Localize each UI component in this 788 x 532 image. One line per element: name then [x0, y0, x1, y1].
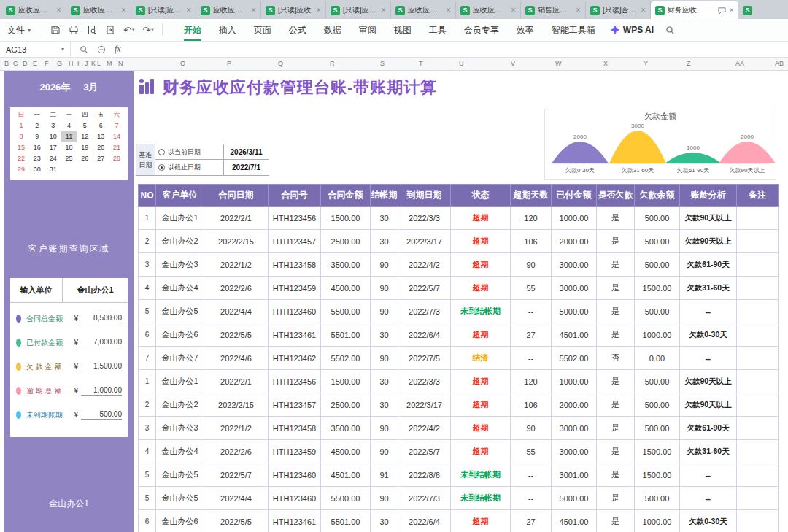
table-column-header[interactable]: 备注 — [737, 185, 779, 207]
table-cell[interactable]: 4501.00 — [321, 463, 371, 487]
calendar-day[interactable]: 1 — [13, 120, 29, 131]
table-cell[interactable]: 3000.00 — [552, 277, 597, 300]
table-cell[interactable]: 1500.00 — [635, 440, 680, 463]
calendar-day[interactable]: 21 — [109, 142, 125, 153]
table-cell[interactable]: 欠款90天以上 — [680, 207, 737, 230]
table-cell[interactable]: HTH123458 — [269, 417, 321, 440]
table-cell[interactable]: 5000.00 — [552, 300, 597, 323]
calendar-day[interactable]: 25 — [61, 153, 77, 164]
column-letter[interactable]: M — [107, 60, 112, 67]
table-cell[interactable]: 7 — [139, 347, 156, 370]
table-cell[interactable]: 5502.00 — [552, 347, 597, 370]
table-cell[interactable]: 90 — [371, 277, 398, 300]
table-cell[interactable]: 2022/4/4 — [204, 300, 269, 323]
calendar-day[interactable]: 6 — [93, 120, 109, 131]
menu-tab[interactable]: 会员专享 — [455, 20, 508, 41]
column-letter[interactable]: P — [227, 60, 231, 67]
table-cell[interactable]: 1500.00 — [321, 370, 371, 393]
calendar-day[interactable]: 10 — [45, 131, 61, 142]
table-cell[interactable]: 5500.00 — [321, 487, 371, 510]
table-column-header[interactable]: 结帐期 — [371, 185, 398, 207]
table-cell[interactable]: 金山办公4 — [156, 277, 204, 300]
column-letter[interactable]: R — [330, 60, 335, 67]
table-cell[interactable]: 是 — [597, 207, 635, 230]
table-column-header[interactable]: 账龄分析 — [680, 185, 737, 207]
table-cell[interactable]: 是 — [597, 417, 635, 440]
table-cell[interactable] — [737, 300, 779, 323]
table-cell[interactable]: 欠款31-60天 — [680, 440, 737, 463]
magnifier-icon[interactable] — [80, 45, 88, 54]
tab-close-icon[interactable]: × — [121, 5, 126, 15]
calendar-day[interactable] — [61, 164, 77, 175]
cell-reference-box[interactable]: AG13 ▾ — [0, 42, 71, 57]
table-cell[interactable]: 30 — [371, 323, 398, 347]
table-cell[interactable]: -- — [511, 487, 552, 510]
table-cell[interactable]: 金山办公6 — [156, 323, 204, 347]
column-letter[interactable]: Q — [278, 60, 283, 67]
table-cell[interactable]: 1 — [139, 370, 156, 393]
column-letter[interactable]: V — [511, 60, 515, 67]
table-cell[interactable]: 2022/3/17 — [398, 393, 451, 417]
table-cell[interactable]: -- — [680, 487, 737, 510]
file-tab[interactable]: S[只读]应收账× — [131, 1, 196, 19]
table-cell[interactable]: 2022/5/7 — [398, 440, 451, 463]
table-cell[interactable]: 是 — [597, 370, 635, 393]
table-cell[interactable]: HTH123461 — [269, 323, 321, 347]
table-cell[interactable]: 超期 — [451, 417, 511, 440]
table-cell[interactable]: 27 — [511, 323, 552, 347]
table-cell[interactable] — [737, 347, 779, 370]
table-row[interactable]: 4金山办公42022/2/6HTH1234594500.00902022/5/7… — [139, 440, 779, 463]
file-menu-button[interactable]: 文件 ▾ — [0, 24, 38, 36]
tab-close-icon[interactable]: × — [446, 5, 451, 15]
column-letter[interactable]: Z — [687, 60, 691, 67]
table-cell[interactable]: 500.00 — [635, 230, 680, 253]
tab-close-icon[interactable]: × — [576, 5, 581, 15]
table-cell[interactable] — [737, 510, 779, 532]
table-cell[interactable]: 500.00 — [635, 300, 680, 323]
table-cell[interactable] — [737, 277, 779, 300]
table-cell[interactable]: 3000.00 — [552, 417, 597, 440]
table-cell[interactable]: 90 — [371, 440, 398, 463]
table-cell[interactable] — [737, 487, 779, 510]
column-letter[interactable]: N — [118, 60, 123, 67]
table-cell[interactable]: 1000.00 — [552, 370, 597, 393]
calendar-day[interactable]: 20 — [93, 142, 109, 153]
table-cell[interactable]: 500.00 — [635, 253, 680, 277]
table-row[interactable]: 1金山办公12022/2/1HTH1234561500.00302022/3/3… — [139, 370, 779, 393]
calendar-day[interactable]: 5 — [77, 120, 93, 131]
menu-tab[interactable]: 数据 — [315, 20, 350, 41]
table-cell[interactable]: 未到结帐期 — [451, 463, 511, 487]
radio-button[interactable] — [158, 164, 165, 171]
calendar-day[interactable]: 27 — [93, 153, 109, 164]
table-cell[interactable]: 6 — [139, 323, 156, 347]
table-cell[interactable]: 5501.00 — [321, 323, 371, 347]
table-cell[interactable]: 500.00 — [635, 417, 680, 440]
table-cell[interactable]: 欠款31-60天 — [680, 277, 737, 300]
search-icon[interactable] — [665, 26, 675, 35]
menu-tab[interactable]: 开始 — [175, 20, 210, 41]
table-cell[interactable]: 欠款0-30天 — [680, 510, 737, 532]
table-column-header[interactable]: 欠款余额 — [635, 185, 680, 207]
calendar-day[interactable]: 19 — [77, 142, 93, 153]
table-cell[interactable]: 3 — [139, 417, 156, 440]
table-cell[interactable]: 超期 — [451, 393, 511, 417]
table-cell[interactable]: 4501.00 — [552, 323, 597, 347]
table-cell[interactable]: 是 — [597, 463, 635, 487]
table-cell[interactable]: 1500.00 — [321, 207, 371, 230]
column-letter[interactable]: AA — [735, 60, 744, 67]
table-row[interactable]: 2金山办公22022/2/15HTH1234572500.00302022/3/… — [139, 393, 779, 417]
table-cell[interactable]: 欠款0-30天 — [680, 323, 737, 347]
table-cell[interactable]: 4 — [139, 440, 156, 463]
table-cell[interactable]: 90 — [511, 417, 552, 440]
table-cell[interactable]: 4501.00 — [552, 510, 597, 532]
file-tab[interactable]: S[只读]应收账× — [326, 1, 391, 19]
table-cell[interactable]: 90 — [371, 417, 398, 440]
table-cell[interactable]: 金山办公2 — [156, 393, 204, 417]
calendar-day[interactable]: 15 — [13, 142, 29, 153]
table-cell[interactable]: 5000.00 — [552, 487, 597, 510]
file-tab[interactable]: S应收应付统× — [196, 1, 261, 19]
column-letter[interactable]: X — [603, 60, 608, 67]
table-cell[interactable]: 30 — [371, 370, 398, 393]
menu-tab[interactable]: 审阅 — [350, 20, 385, 41]
table-cell[interactable]: HTH123456 — [269, 370, 321, 393]
